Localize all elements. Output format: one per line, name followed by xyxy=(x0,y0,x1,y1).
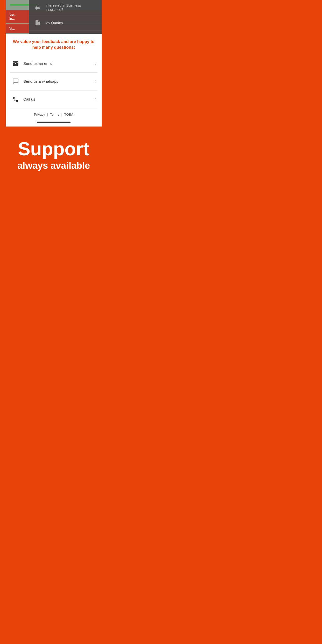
feedback-email-label: Send us an email xyxy=(23,61,95,66)
email-icon xyxy=(11,59,20,68)
support-section: Support always available xyxy=(0,127,107,187)
feedback-call-item[interactable]: Call us › xyxy=(10,90,97,108)
feedback-whatsapp-label: Send us a whatsapp xyxy=(23,79,95,83)
menu-label-business-insurance: Interested in Business Insurance? xyxy=(45,3,97,12)
sep-1: | xyxy=(47,113,48,116)
arrows-icon xyxy=(33,3,42,12)
menu-label-my-quotes: My Quotes xyxy=(45,21,63,25)
chevron-right-icon-3: › xyxy=(95,96,96,102)
menu-drawer: Interested in Business Insurance? My Quo… xyxy=(29,0,102,34)
toba-link[interactable]: TOBA xyxy=(64,113,73,116)
home-indicator xyxy=(37,122,71,123)
phone-icon xyxy=(11,95,20,104)
menu-item-business-insurance[interactable]: Interested in Business Insurance? xyxy=(29,0,102,15)
chevron-right-icon: › xyxy=(95,61,96,66)
terms-link[interactable]: Terms xyxy=(50,113,59,116)
menu-item-my-quotes[interactable]: My Quotes xyxy=(29,15,102,31)
chat-icon xyxy=(11,77,20,86)
support-subtitle: always available xyxy=(6,160,102,171)
document-icon xyxy=(33,19,42,27)
menu-item-my-policies[interactable]: My Policies xyxy=(29,31,102,34)
support-title: Support xyxy=(6,139,102,158)
feedback-whatsapp-item[interactable]: Send us a whatsapp › xyxy=(10,73,97,90)
footer-links: Privacy | Terms | TOBA xyxy=(10,108,97,122)
feedback-title: We value your feedback and are happy to … xyxy=(10,39,97,51)
sep-2: | xyxy=(61,113,62,116)
privacy-link[interactable]: Privacy xyxy=(34,113,45,116)
feedback-email-item[interactable]: Send us an email › xyxy=(10,55,97,73)
chevron-right-icon-2: › xyxy=(95,79,96,84)
feedback-section: We value your feedback and are happy to … xyxy=(6,34,102,127)
feedback-call-label: Call us xyxy=(23,97,95,101)
